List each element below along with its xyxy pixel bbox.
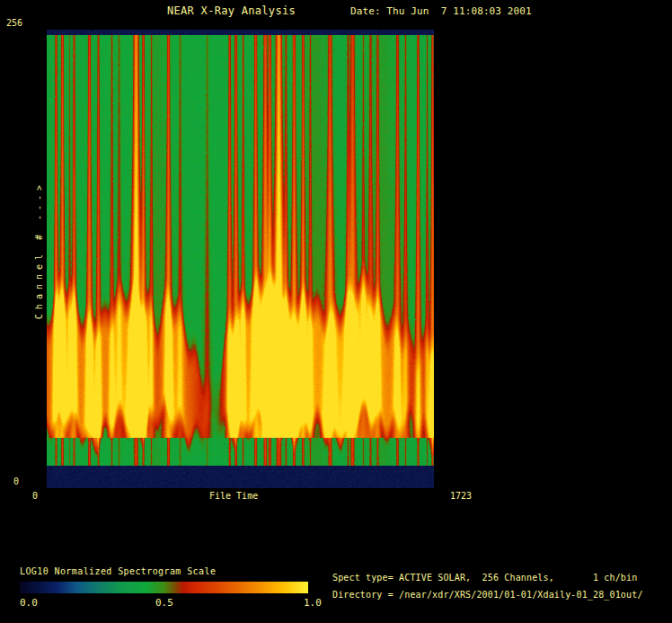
near-xray-window: NEAR X-Ray Analysis Date: Thu Jun 7 11:0… xyxy=(0,0,672,623)
colorbar-gradient xyxy=(20,582,308,593)
header-date: Date: Thu Jun 7 11:08:03 2001 xyxy=(350,5,532,17)
y-axis-min-label: 0 xyxy=(13,476,19,486)
x-axis-min-label: 0 xyxy=(32,491,38,501)
spectrogram-canvas xyxy=(47,30,434,488)
x-axis-max-label: 1723 xyxy=(450,491,472,501)
x-axis-title: File Time xyxy=(209,491,258,501)
y-axis-title: Channel # ---> xyxy=(34,181,44,319)
colorbar-tick-max: 1.0 xyxy=(304,597,322,609)
colorbar-tick-min: 0.0 xyxy=(20,597,38,609)
y-axis-max-label: 256 xyxy=(6,18,22,28)
colorbar-title: LOG10 Normalized Spectrogram Scale xyxy=(20,566,216,576)
directory-text: Directory = /near/xdr/XRS/2001/01-01/Xda… xyxy=(332,590,643,600)
spect-type-text: Spect type= ACTIVE SOLAR, 256 Channels, … xyxy=(332,573,637,583)
colorbar-tick-mid: 0.5 xyxy=(155,597,173,609)
page-title: NEAR X-Ray Analysis xyxy=(167,4,296,17)
